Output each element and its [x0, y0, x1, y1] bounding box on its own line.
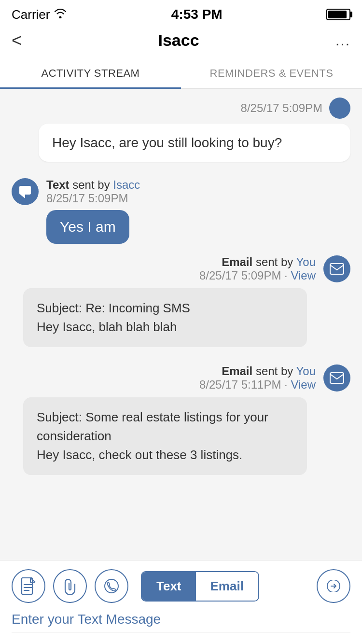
status-bar: Carrier 4:53 PM — [0, 0, 362, 26]
back-button[interactable]: < — [12, 32, 22, 49]
email-sender-link-1[interactable]: You — [296, 255, 316, 268]
svg-marker-1 — [20, 195, 25, 198]
activity-stream: 8/25/17 5:09PM Hey Isacc, are you still … — [0, 89, 362, 563]
email-view-link-1[interactable]: View — [291, 269, 316, 282]
email-icon-1 — [323, 255, 350, 282]
incoming-sender-link[interactable]: Isacc — [113, 178, 140, 191]
header: < Isacc ... — [0, 26, 362, 58]
incoming-sent-by: sent by — [72, 178, 113, 191]
send-arrow-button[interactable] — [317, 569, 350, 603]
toolbar-icon-row: Text Email — [0, 560, 362, 608]
incoming-type-label: Text — [46, 178, 70, 191]
bottom-toolbar: Text Email — [0, 560, 362, 644]
more-button[interactable]: ... — [335, 32, 350, 49]
email-row-2: Email sent by You 8/25/17 5:11PM · View … — [0, 358, 362, 475]
email-type-label-1: Email — [222, 255, 252, 268]
svg-rect-3 — [330, 373, 344, 383]
email-date-2: 8/25/17 5:11PM — [199, 378, 281, 391]
email-toggle-button[interactable]: Email — [196, 572, 258, 601]
email-meta-1: Email sent by You 8/25/17 5:09PM · View — [12, 255, 350, 282]
email-type-label-2: Email — [222, 364, 252, 378]
outgoing-avatar — [329, 98, 350, 119]
email-bubble-2: Subject: Some real estate listings for y… — [23, 397, 307, 475]
incoming-meta-1: Text sent by Isacc 8/25/17 5:09PM — [46, 178, 140, 205]
carrier-text: Carrier — [12, 7, 50, 22]
svg-point-8 — [105, 579, 118, 593]
tab-bar: ACTIVITY STREAM REMINDERS & EVENTS — [0, 58, 362, 89]
email-bubble-1: Subject: Re: Incoming SMS Hey Isacc, bla… — [23, 288, 307, 347]
call-button[interactable] — [95, 569, 128, 603]
incoming-avatar-1 — [12, 178, 39, 205]
outgoing-bubble-1: Hey Isacc, are you still looking to buy? — [39, 124, 350, 162]
incoming-bubble-1: Yes I am — [46, 210, 129, 244]
email-sender-link-2[interactable]: You — [296, 364, 316, 378]
svg-rect-2 — [330, 264, 344, 274]
tab-activity-stream[interactable]: ACTIVITY STREAM — [0, 58, 181, 89]
text-email-toggle: Text Email — [141, 571, 259, 602]
email-meta-text-1: Email sent by You 8/25/17 5:09PM · View — [199, 255, 316, 282]
email-subject-2: Subject: Some real estate listings for y… — [37, 408, 293, 446]
message-input-area[interactable] — [0, 608, 362, 644]
incoming-row-1: Text sent by Isacc 8/25/17 5:09PM Yes I … — [0, 171, 362, 249]
svg-rect-0 — [19, 186, 31, 195]
email-body-2: Hey Isacc, check out these 3 listings. — [37, 446, 293, 464]
status-time: 4:53 PM — [171, 7, 223, 22]
incoming-date: 8/25/17 5:09PM — [46, 192, 128, 205]
carrier-label: Carrier — [12, 7, 67, 22]
document-button[interactable] — [12, 569, 45, 603]
text-toggle-button[interactable]: Text — [142, 572, 196, 601]
email-subject-1: Subject: Re: Incoming SMS — [37, 299, 293, 318]
email-sent-by-1: sent by — [256, 255, 296, 268]
battery-icon — [326, 9, 350, 20]
email-meta-2: Email sent by You 8/25/17 5:11PM · View — [12, 364, 350, 392]
outgoing-timestamp: 8/25/17 5:09PM — [241, 101, 322, 115]
message-input[interactable] — [12, 612, 350, 632]
incoming-content-1: Text sent by Isacc 8/25/17 5:09PM Yes I … — [46, 178, 140, 244]
outgoing-timestamp-row: 8/25/17 5:09PM — [0, 89, 362, 124]
tab-reminders-events[interactable]: REMINDERS & EVENTS — [181, 58, 362, 88]
email-icon-2 — [323, 364, 350, 392]
email-view-link-2[interactable]: View — [291, 378, 316, 391]
wifi-icon — [54, 8, 67, 21]
email-meta-text-2: Email sent by You 8/25/17 5:11PM · View — [199, 364, 316, 392]
email-body-1: Hey Isacc, blah blah blah — [37, 318, 293, 336]
email-row-1: Email sent by You 8/25/17 5:09PM · View … — [0, 249, 362, 347]
attach-button[interactable] — [53, 569, 87, 603]
email-sent-by-2: sent by — [256, 364, 296, 378]
email-date-1: 8/25/17 5:09PM — [199, 269, 281, 282]
page-title: Isacc — [158, 31, 199, 50]
